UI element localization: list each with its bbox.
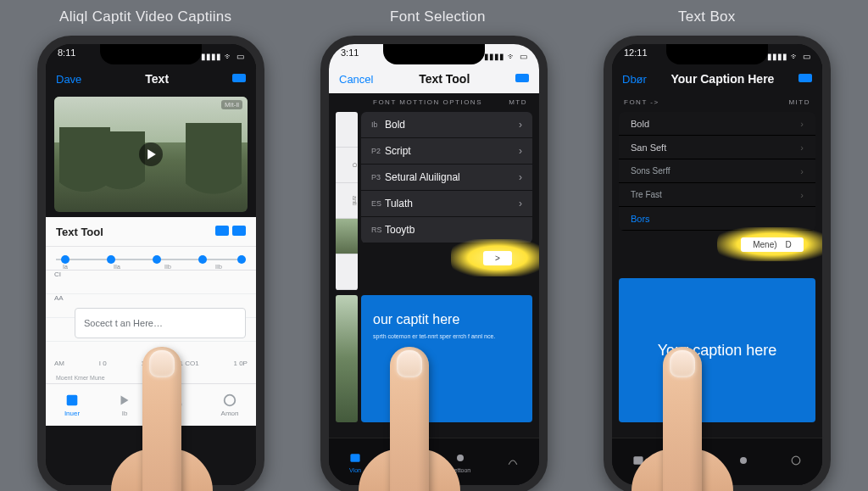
play-icon[interactable] [139,142,163,166]
status-time: 12:11 [624,47,648,64]
nav-bar: Cancel Text Tool [329,64,539,93]
highlight-next[interactable]: > [451,239,544,276]
font-row-script[interactable]: P2Script› [361,138,532,164]
nav-back[interactable]: Dbør [622,73,647,86]
font-row-4[interactable]: Tre Fast› [619,183,815,207]
panel-header: FONT MOTTION OPTIONS MTD [361,93,539,110]
thumb-strip[interactable] [336,295,358,422]
svg-point-7 [457,455,464,461]
chevron-right-icon: › [519,119,522,131]
status-time: 8:11 [58,47,75,64]
panel-title: FONT MOTTION OPTIONS [373,98,482,106]
svg-point-12 [792,456,800,465]
tab-4[interactable] [487,438,539,485]
notch [666,42,768,64]
chevron-right-icon: › [800,190,804,200]
font-row-bold[interactable]: Bold› [619,112,815,136]
chevron-right-icon: › [800,142,804,153]
highlight-mene[interactable]: Mene) D [717,227,827,261]
caption-preview[interactable]: our captit here sprth cotemon er tet-nnr… [361,295,532,422]
caption-preview[interactable]: Your caption here [619,278,815,422]
status-time: 3:11 [341,47,359,64]
timeline[interactable]: CI AA Socect t an Here… AM I 0 1 1 CO1 1… [46,270,256,371]
nav-title: Text Tool [419,72,470,86]
tab-4[interactable] [770,438,822,485]
side-tab-strip[interactable]: O anti [336,112,358,290]
svg-rect-10 [687,457,694,464]
svg-point-2 [173,399,182,409]
tab-1[interactable]: Inuer [46,384,98,426]
nav-bar: Dave Text [46,64,256,93]
font-row-3[interactable]: Sons Serff› [619,159,815,183]
svg-point-3 [225,395,236,406]
notch [383,42,485,64]
heading-p2: Font Selection [390,8,486,25]
tool-strip-label: Text Tool [56,226,103,238]
chevron-right-icon: › [519,145,522,157]
svg-point-11 [740,457,747,464]
video-preview[interactable]: Mit-ll [54,97,248,212]
nav-action-icon[interactable] [798,72,812,86]
wifi-icon: ᯤ [225,52,233,61]
phone-font-selection: 3:11 ▮▮▮▮ ᯤ ▭ Cancel Text Tool O anti [320,36,548,491]
thumb-icon[interactable] [336,219,358,254]
tab-bar [612,438,822,485]
nav-bar: Dbør Your Caption Here [612,64,822,93]
nav-action-icon[interactable] [232,72,246,86]
tab-3[interactable]: Rettoon [434,438,487,485]
svg-rect-9 [633,456,643,465]
caption-title: our captit here [373,312,520,327]
phone-editor: 8:11 ▮▮▮▮ ᯤ ▭ Dave Text Mit-ll [37,36,264,491]
font-row-bold[interactable]: IbBold› [361,112,532,137]
chevron-right-icon: › [800,119,804,129]
tab-2[interactable]: Ib [98,384,151,426]
panel-meta: MTD [509,98,527,106]
chevron-right-icon: › [800,166,804,176]
tab-4[interactable]: Amon [203,384,256,426]
wifi-icon: ᯤ [791,52,799,61]
wifi-icon: ᯤ [508,52,516,61]
battery-icon: ▭ [236,52,244,61]
cancel-button[interactable]: Cancel [339,73,373,86]
tool-strip: Text Tool [46,217,256,246]
svg-rect-8 [798,74,812,82]
nav-back[interactable]: Dave [56,73,81,86]
tab-2[interactable] [381,438,434,485]
signal-icon: ▮▮▮▮ [201,52,221,61]
tab-2[interactable] [665,438,717,485]
nav-title: Text [145,72,169,86]
tab-3[interactable] [151,384,203,426]
bottom-strip-label: Moent Kmer Mune [46,371,256,383]
caption-input[interactable]: Socect t an Here… [75,308,246,338]
svg-rect-5 [350,454,359,462]
heading-p1: Aliql Captit Video Captiins [59,8,231,25]
font-row-3[interactable]: P3Setural Aluilignal› [361,165,532,190]
heading-p3: Text Box [678,8,736,25]
watermark: Mit-ll [221,100,242,109]
font-row-2[interactable]: San Seft› [619,136,815,159]
nav-action-icon[interactable] [515,72,529,86]
battery-icon: ▭ [803,52,810,61]
signal-icon: ▮▮▮▮ [484,52,504,61]
panel-header: FONT -> MITD [612,93,822,110]
panel-title: FONT -> [624,98,659,106]
svg-rect-0 [232,74,246,82]
timeline-ruler[interactable]: Ia IIa IIb IIb [46,246,256,270]
caption-text: Your caption here [658,342,776,360]
svg-rect-4 [515,74,529,82]
font-row-4[interactable]: ESTulath› [361,191,532,216]
tab-3[interactable] [717,438,770,485]
font-option-list: IbBold› P2Script› P3Setural Aluilignal› … [361,112,532,243]
tool-strip-icons[interactable] [212,224,246,239]
hl-sub: D [786,240,792,249]
tab-1[interactable] [612,438,665,485]
font-list: Bold› San Seft› Sons Serff› Tre Fast› Bo… [619,112,815,231]
signal-icon: ▮▮▮▮ [767,52,787,61]
tab-1[interactable]: Vion [329,438,381,485]
battery-icon: ▭ [520,52,527,61]
caption-subtitle: sprth cotemon er tet-nnrt sper errch f a… [373,332,520,340]
chevron-right-icon: › [519,171,522,183]
hl-label: Mene) [753,240,776,249]
svg-rect-1 [67,395,78,406]
svg-rect-6 [403,456,412,465]
